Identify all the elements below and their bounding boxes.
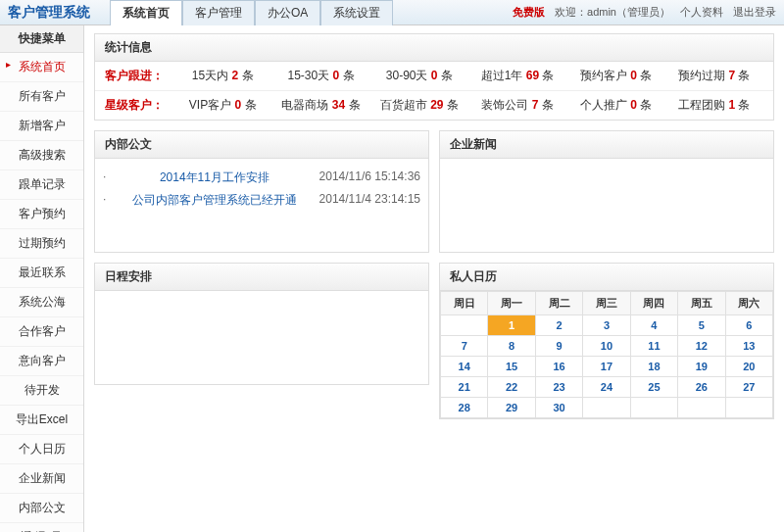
cal-header: 周一 (488, 292, 535, 315)
cal-day[interactable]: 19 (678, 357, 725, 377)
news-title: 企业新闻 (440, 131, 773, 159)
cal-header: 周六 (725, 292, 772, 315)
cal-day (441, 315, 488, 336)
profile-link[interactable]: 个人资料 (680, 5, 723, 20)
cal-day[interactable]: 13 (725, 336, 772, 357)
cal-day[interactable]: 5 (678, 315, 725, 336)
cal-day (725, 398, 772, 418)
cal-day[interactable]: 26 (678, 377, 725, 398)
cal-day[interactable]: 17 (583, 357, 630, 377)
header-right: 免费版 欢迎：admin（管理员） 个人资料 退出登录 (513, 5, 776, 20)
cal-header: 周四 (630, 292, 677, 315)
panel-col-left: 内部公文 2014年11月工作安排2014/11/6 15:14:36公司内部客… (94, 130, 429, 419)
cal-day (583, 398, 630, 418)
logout-link[interactable]: 退出登录 (733, 5, 776, 20)
panel-col-right: 企业新闻 私人日历 周日周一周二周三周四周五周六 123456789101112… (439, 130, 774, 419)
sidebar-item[interactable]: 客户预约 (0, 200, 83, 229)
nav-tab[interactable]: 客户管理 (182, 0, 255, 25)
cal-day[interactable]: 21 (441, 377, 488, 398)
cal-day[interactable]: 22 (488, 377, 535, 398)
sidebar-item[interactable]: 系统公海 (0, 288, 83, 317)
stats-row-label: 星级客户： (105, 97, 173, 114)
cal-day[interactable]: 3 (583, 315, 630, 336)
cal-header: 周二 (535, 292, 582, 315)
cal-day[interactable]: 9 (535, 336, 582, 357)
sidebar-item[interactable]: 过期预约 (0, 229, 83, 259)
sidebar-item[interactable]: 通 讯 录 (0, 523, 83, 532)
cal-header: 周五 (678, 292, 725, 315)
cal-day[interactable]: 14 (441, 357, 488, 377)
cal-day[interactable]: 29 (488, 398, 535, 418)
sidebar-item[interactable]: 新增客户 (0, 112, 83, 141)
stats-row: 星级客户：VIP客户 0 条电器商场 34 条百货超市 29 条装饰公司 7 条… (95, 91, 773, 120)
stats-row-label: 客户跟进： (105, 68, 173, 84)
sidebar-item[interactable]: 高级搜索 (0, 141, 83, 170)
main-content: 统计信息 客户跟进：15天内 2 条15-30天 0 条30-90天 0 条超过… (84, 25, 784, 532)
stats-cell[interactable]: 超过1年 69 条 (468, 68, 566, 84)
stats-cell[interactable]: 百货超市 29 条 (370, 97, 468, 114)
cal-day[interactable]: 18 (630, 357, 677, 377)
nav-tab[interactable]: 办公OA (255, 0, 320, 25)
nav-tab[interactable]: 系统设置 (320, 0, 393, 25)
stats-cell[interactable]: 工程团购 1 条 (665, 97, 763, 114)
sidebar-item[interactable]: 企业新闻 (0, 464, 83, 494)
doc-item[interactable]: 2014年11月工作安排2014/11/6 15:14:36 (103, 167, 420, 189)
cal-day[interactable]: 1 (488, 315, 535, 336)
cal-day[interactable]: 20 (725, 357, 772, 377)
cal-day[interactable]: 2 (535, 315, 582, 336)
stats-cell[interactable]: 电器商场 34 条 (271, 97, 369, 114)
cal-day[interactable]: 28 (441, 398, 488, 418)
stats-cell[interactable]: 15天内 2 条 (173, 68, 271, 84)
cal-day[interactable]: 30 (535, 398, 582, 418)
stats-cell[interactable]: 15-30天 0 条 (271, 68, 369, 84)
stats-panel: 统计信息 客户跟进：15天内 2 条15-30天 0 条30-90天 0 条超过… (94, 33, 774, 121)
calendar-table: 周日周一周二周三周四周五周六 1234567891011121314151617… (440, 291, 773, 418)
cal-day[interactable]: 10 (583, 336, 630, 357)
stats-cell[interactable]: 预约过期 7 条 (665, 68, 763, 84)
stats-cell[interactable]: VIP客户 0 条 (173, 97, 271, 114)
sidebar-item[interactable]: 意向客户 (0, 347, 83, 376)
nav-tabs: 系统首页客户管理办公OA系统设置 (110, 0, 393, 25)
cal-day[interactable]: 7 (441, 336, 488, 357)
cal-day[interactable]: 11 (630, 336, 677, 357)
stats-title: 统计信息 (95, 34, 773, 62)
cal-day[interactable]: 4 (630, 315, 677, 336)
cal-day[interactable]: 23 (535, 377, 582, 398)
sidebar-item[interactable]: 个人日历 (0, 435, 83, 464)
panels-row: 内部公文 2014年11月工作安排2014/11/6 15:14:36公司内部客… (94, 130, 774, 419)
sidebar-item[interactable]: 内部公文 (0, 494, 83, 523)
sidebar-item[interactable]: 跟单记录 (0, 170, 83, 200)
cal-day[interactable]: 8 (488, 336, 535, 357)
cal-day[interactable]: 16 (535, 357, 582, 377)
sidebar-item[interactable]: 导出Excel (0, 406, 83, 435)
sidebar-item[interactable]: 最近联系 (0, 259, 83, 288)
sidebar-item[interactable]: 系统首页 (0, 53, 83, 82)
cal-day[interactable]: 15 (488, 357, 535, 377)
cal-day[interactable]: 27 (725, 377, 772, 398)
stats-row: 客户跟进：15天内 2 条15-30天 0 条30-90天 0 条超过1年 69… (95, 62, 773, 91)
cal-day[interactable]: 25 (630, 377, 677, 398)
cal-day (678, 398, 725, 418)
stats-cell[interactable]: 个人推广 0 条 (566, 97, 664, 114)
sidebar-item[interactable]: 待开发 (0, 376, 83, 406)
docs-title: 内部公文 (95, 131, 428, 159)
free-badge: 免费版 (513, 5, 545, 20)
top-header: 客户管理系统 系统首页客户管理办公OA系统设置 免费版 欢迎：admin（管理员… (0, 0, 784, 25)
cal-day[interactable]: 6 (725, 315, 772, 336)
main-container: 快捷菜单 系统首页所有客户新增客户高级搜索跟单记录客户预约过期预约最近联系系统公… (0, 25, 784, 532)
nav-tab[interactable]: 系统首页 (110, 0, 182, 25)
stats-cell[interactable]: 装饰公司 7 条 (468, 97, 566, 114)
app-logo: 客户管理系统 (8, 4, 90, 22)
cal-day[interactable]: 24 (583, 377, 630, 398)
stats-cell[interactable]: 预约客户 0 条 (566, 68, 664, 84)
cal-header: 周日 (441, 292, 488, 315)
sidebar-item[interactable]: 所有客户 (0, 82, 83, 112)
cal-day[interactable]: 12 (678, 336, 725, 357)
cal-day (630, 398, 677, 418)
sidebar-item[interactable]: 合作客户 (0, 317, 83, 347)
cal-header: 周三 (583, 292, 630, 315)
schedule-title: 日程安排 (95, 264, 428, 291)
stats-cell[interactable]: 30-90天 0 条 (370, 68, 468, 84)
doc-item[interactable]: 公司内部客户管理系统已经开通2014/11/4 23:14:15 (103, 189, 420, 212)
stats-cells: 15天内 2 条15-30天 0 条30-90天 0 条超过1年 69 条预约客… (173, 68, 763, 84)
